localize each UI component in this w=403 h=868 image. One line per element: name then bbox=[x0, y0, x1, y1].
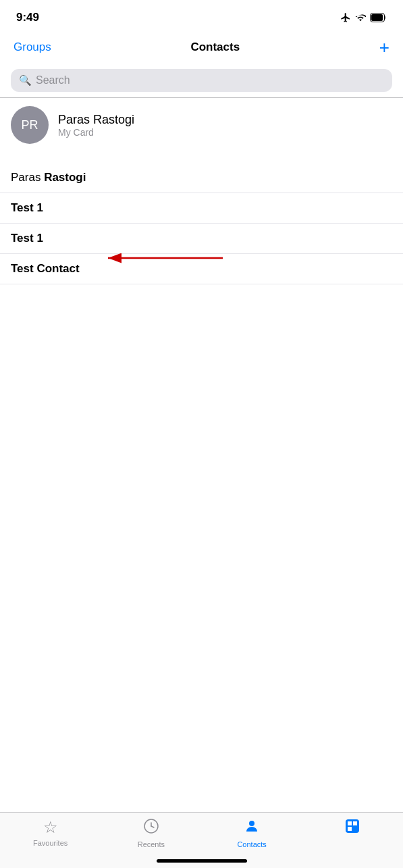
contact-item-test-contact[interactable]: Test Contact bbox=[0, 254, 403, 284]
search-container: 🔍 Search bbox=[0, 65, 403, 97]
status-bar: 9:49 bbox=[0, 0, 403, 30]
avatar: PR bbox=[11, 106, 49, 144]
my-card-label: My Card bbox=[58, 127, 134, 138]
tab-favourites[interactable]: ☆ Favourites bbox=[0, 818, 101, 847]
svg-rect-9 bbox=[348, 821, 352, 825]
contact-item-paras[interactable]: Paras Rastogi bbox=[0, 163, 403, 193]
search-input[interactable]: Search bbox=[36, 74, 70, 86]
contact-name: Test Contact bbox=[11, 262, 80, 275]
svg-rect-11 bbox=[348, 827, 352, 831]
svg-line-6 bbox=[151, 826, 154, 827]
star-icon: ☆ bbox=[43, 818, 58, 837]
home-indicator bbox=[157, 859, 247, 863]
tab-recents-label: Recents bbox=[138, 840, 165, 848]
groups-button[interactable]: Groups bbox=[14, 41, 51, 54]
clock-icon bbox=[143, 818, 159, 838]
contact-name: Test 1 bbox=[11, 232, 43, 245]
search-bar[interactable]: 🔍 Search bbox=[11, 69, 392, 92]
tab-contacts[interactable]: Contacts bbox=[202, 818, 302, 848]
my-card[interactable]: PR Paras Rastogi My Card bbox=[0, 98, 403, 152]
my-card-info: Paras Rastogi My Card bbox=[58, 113, 134, 138]
battery-icon bbox=[370, 13, 387, 22]
contact-item-test1-a[interactable]: Test 1 bbox=[0, 193, 403, 224]
wifi-icon bbox=[355, 12, 366, 23]
contact-name: Test 1 bbox=[11, 201, 43, 214]
contact-item-test1-b[interactable]: Test 1 bbox=[0, 224, 403, 254]
tab-fourth[interactable] bbox=[302, 818, 403, 839]
my-card-name: Paras Rastogi bbox=[58, 113, 134, 127]
svg-point-7 bbox=[249, 821, 254, 826]
svg-rect-1 bbox=[371, 14, 383, 21]
airplane-icon bbox=[340, 12, 351, 23]
nav-bar: Groups Contacts + bbox=[0, 30, 403, 65]
tab-contacts-label: Contacts bbox=[237, 840, 266, 848]
status-time: 9:49 bbox=[16, 11, 39, 24]
contacts-list: Paras Rastogi Test 1 Test 1 Test Contact bbox=[0, 163, 403, 284]
contact-name: Paras Rastogi bbox=[11, 171, 86, 184]
tab-recents[interactable]: Recents bbox=[101, 818, 201, 848]
page-title: Contacts bbox=[190, 41, 240, 54]
search-icon: 🔍 bbox=[19, 74, 32, 86]
fourth-tab-icon bbox=[344, 818, 360, 837]
status-icons bbox=[340, 12, 387, 23]
add-contact-button[interactable]: + bbox=[379, 39, 389, 56]
svg-rect-10 bbox=[353, 821, 357, 825]
person-icon bbox=[244, 818, 260, 838]
tab-favourites-label: Favourites bbox=[33, 839, 68, 847]
